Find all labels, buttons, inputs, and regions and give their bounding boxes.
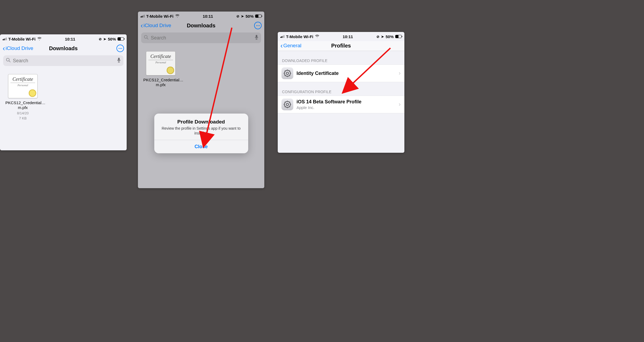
gear-icon [281,67,293,79]
chevron-right-icon: › [399,70,401,77]
nav-bar: ‹General Profiles [278,41,404,51]
location-icon: ➤ [103,37,106,41]
wifi-icon [37,37,42,41]
alert-close-button[interactable]: Close [154,140,248,153]
row-title: Identity Certificate [297,71,396,76]
clock-label: 10:11 [65,37,75,41]
alert-message: Review the profile in Settings app if yo… [159,126,243,136]
mic-icon[interactable] [117,57,121,64]
clock-label: 10:11 [343,34,353,39]
row-title: iOS 14 Beta Software Profile [297,99,396,105]
file-size: 7 KB [5,116,40,120]
signal-icon [3,38,7,40]
carrier-label: T-Mobile Wi-Fi [8,37,36,41]
chevron-left-icon: ‹ [280,42,283,49]
signal-icon [280,35,284,38]
back-label: General [283,43,302,49]
status-bar: T-Mobile Wi-Fi 10:11 ⊘ ➤ 50% [0,34,127,43]
svg-point-8 [286,72,289,75]
cert-sub: Personal [10,83,35,87]
back-button[interactable]: ‹General [280,42,301,49]
cert-title: Certificate [10,77,35,83]
phone-files-2: T-Mobile Wi-Fi 10:11 ⊘ ➤ 50% ‹iCloud Dri… [138,12,264,188]
battery-icon [118,37,124,41]
alert-title: Profile Downloaded [159,119,243,125]
chevron-right-icon: › [399,101,401,108]
search-input[interactable] [13,58,115,64]
rotation-lock-icon: ⊘ [376,35,379,39]
certificate-icon: Certificate Personal [8,74,38,98]
location-icon: ➤ [381,35,384,39]
carrier-label: T-Mobile Wi-Fi [286,34,313,39]
battery-icon [395,35,402,38]
section-header-downloaded: DOWNLOADED PROFILE [278,51,404,64]
alert-dialog: Profile Downloaded Review the profile in… [154,114,248,153]
battery-pct: 50% [386,34,394,39]
phone-settings: T-Mobile Wi-Fi 10:11 ⊘ ➤ 50% ‹General Pr… [278,32,404,153]
back-label: iCloud Drive [6,45,33,51]
svg-rect-2 [118,58,120,61]
search-field[interactable] [3,55,123,66]
file-item[interactable]: Certificate Personal PKCS12_Credential…m… [5,74,40,120]
more-button[interactable] [116,45,124,52]
file-name: PKCS12_Credential…m.pfx [5,100,40,110]
wifi-icon [315,34,319,39]
back-button[interactable]: ‹iCloud Drive [3,45,33,52]
row-subtitle: Apple Inc. [297,105,396,110]
nav-bar: ‹iCloud Drive Downloads [0,43,127,54]
gear-icon [281,99,293,110]
section-header-config: CONFIGURATION PROFILE [278,82,404,96]
svg-line-1 [9,61,10,62]
file-date: 8/14/20 [5,111,40,115]
battery-pct: 50% [108,37,116,41]
seal-icon [29,89,36,97]
status-bar: T-Mobile Wi-Fi 10:11 ⊘ ➤ 50% [278,32,404,41]
rotation-lock-icon: ⊘ [99,37,102,41]
chevron-left-icon: ‹ [3,45,5,52]
profile-row-beta[interactable]: iOS 14 Beta Software Profile Apple Inc. … [278,96,404,113]
phone-files-1: T-Mobile Wi-Fi 10:11 ⊘ ➤ 50% ‹iCloud Dri… [0,34,127,150]
modal-overlay [138,12,264,188]
profile-row-identity[interactable]: Identity Certificate › [278,64,404,82]
search-icon [6,58,11,64]
svg-point-0 [6,58,9,61]
svg-point-18 [286,103,289,106]
